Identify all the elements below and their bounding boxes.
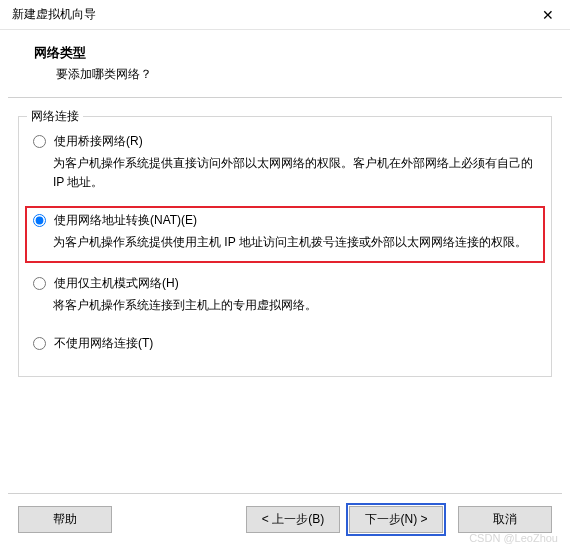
radio-bridged[interactable] <box>33 135 46 148</box>
option-bridged-row[interactable]: 使用桥接网络(R) <box>31 133 539 150</box>
option-hostonly-row[interactable]: 使用仅主机模式网络(H) <box>31 275 539 292</box>
option-nat-label: 使用网络地址转换(NAT)(E) <box>54 212 197 229</box>
highlight-nat: 使用网络地址转换(NAT)(E) 为客户机操作系统提供使用主机 IP 地址访问主… <box>25 206 545 262</box>
divider <box>8 97 562 98</box>
cancel-button[interactable]: 取消 <box>458 506 552 533</box>
highlight-next: 下一步(N) > <box>346 503 446 536</box>
option-hostonly: 使用仅主机模式网络(H) 将客户机操作系统连接到主机上的专用虚拟网络。 <box>31 275 539 317</box>
option-hostonly-desc: 将客户机操作系统连接到主机上的专用虚拟网络。 <box>31 292 539 317</box>
close-icon[interactable]: ✕ <box>538 7 558 23</box>
option-none: 不使用网络连接(T) <box>31 335 539 352</box>
button-bar: 帮助 < 上一步(B) 下一步(N) > 取消 <box>0 503 570 536</box>
option-nat-row[interactable]: 使用网络地址转换(NAT)(E) <box>31 212 539 229</box>
footer-divider <box>8 493 562 494</box>
option-none-row[interactable]: 不使用网络连接(T) <box>31 335 539 352</box>
titlebar: 新建虚拟机向导 ✕ <box>0 0 570 30</box>
option-nat: 使用网络地址转换(NAT)(E) 为客户机操作系统提供使用主机 IP 地址访问主… <box>31 212 539 254</box>
group-title: 网络连接 <box>27 108 83 125</box>
help-button[interactable]: 帮助 <box>18 506 112 533</box>
option-nat-desc: 为客户机操作系统提供使用主机 IP 地址访问主机拨号连接或外部以太网网络连接的权… <box>31 229 539 254</box>
option-none-label: 不使用网络连接(T) <box>54 335 153 352</box>
option-bridged: 使用桥接网络(R) 为客户机操作系统提供直接访问外部以太网网络的权限。客户机在外… <box>31 133 539 194</box>
radio-hostonly[interactable] <box>33 277 46 290</box>
wizard-header: 网络类型 要添加哪类网络？ <box>0 30 570 97</box>
option-hostonly-label: 使用仅主机模式网络(H) <box>54 275 179 292</box>
back-button[interactable]: < 上一步(B) <box>246 506 340 533</box>
next-button[interactable]: 下一步(N) > <box>349 506 443 533</box>
option-bridged-desc: 为客户机操作系统提供直接访问外部以太网网络的权限。客户机在外部网络上必须有自己的… <box>31 150 539 194</box>
network-connection-group: 网络连接 使用桥接网络(R) 为客户机操作系统提供直接访问外部以太网网络的权限。… <box>18 116 552 377</box>
radio-none[interactable] <box>33 337 46 350</box>
option-bridged-label: 使用桥接网络(R) <box>54 133 143 150</box>
window-title: 新建虚拟机向导 <box>12 6 96 23</box>
page-title: 网络类型 <box>34 44 546 62</box>
page-subtitle: 要添加哪类网络？ <box>34 66 546 83</box>
radio-nat[interactable] <box>33 214 46 227</box>
